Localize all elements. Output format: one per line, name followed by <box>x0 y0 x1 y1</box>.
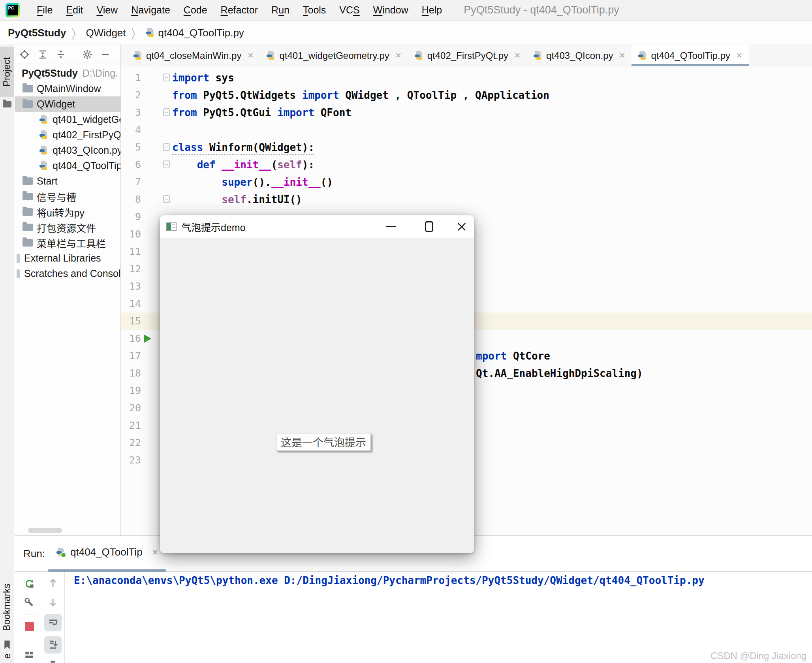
folder-icon <box>23 85 33 92</box>
editor-tab[interactable]: qt403_QIcon.py✕ <box>527 45 632 66</box>
tab-label: qt04_closeMainWin.py <box>146 50 241 61</box>
project-toolbar <box>15 45 120 64</box>
menu-help[interactable]: Help <box>415 4 449 16</box>
close-icon[interactable]: ✕ <box>514 51 521 60</box>
tree-item[interactable]: QMainWindow <box>15 81 121 96</box>
main-menu: FileEditViewNavigateCodeRefactorRunTools… <box>30 0 449 20</box>
tree-item[interactable]: qt401_widgetGe <box>15 112 121 127</box>
select-opened-file-icon[interactable] <box>19 49 30 60</box>
line-number: 22 <box>121 434 141 452</box>
breadcrumb-project[interactable]: PyQt5Study <box>8 27 66 39</box>
tree-item[interactable]: PyQt5StudyD:\Ding. <box>15 66 121 81</box>
print-icon[interactable] <box>48 660 58 663</box>
qt-demo-window[interactable]: 气泡提示demo 这是一个气泡提示 <box>160 215 474 553</box>
bookmark-icon[interactable] <box>3 640 11 650</box>
library-icon <box>17 254 20 263</box>
tree-item-label: PyQt5Study <box>22 68 78 79</box>
close-icon[interactable]: ✕ <box>247 51 254 60</box>
scroll-to-end-icon[interactable] <box>44 636 62 654</box>
arrow-up-icon[interactable] <box>48 578 58 588</box>
folder-icon <box>23 100 33 108</box>
line-number: 4 <box>121 121 141 139</box>
editor-tab[interactable]: qt402_FirstPyQt.py✕ <box>408 45 527 66</box>
menu-file[interactable]: File <box>30 4 59 16</box>
folder-icon <box>23 177 33 185</box>
chevron-right-icon: 〉 <box>71 24 80 42</box>
minimize-button[interactable] <box>378 215 403 238</box>
tree-item[interactable]: Start <box>15 173 121 189</box>
soft-wrap-icon[interactable] <box>44 614 62 631</box>
close-icon[interactable]: ✕ <box>152 548 159 557</box>
close-icon[interactable]: ✕ <box>736 51 742 60</box>
menu-navigate[interactable]: Navigate <box>124 4 177 16</box>
pycharm-logo-icon: PC <box>6 3 20 17</box>
settings-wrench-icon[interactable] <box>24 597 34 608</box>
expand-all-icon[interactable] <box>38 49 48 60</box>
fold-marker-icon[interactable] <box>163 73 170 81</box>
qt-title-bar[interactable]: 气泡提示demo <box>160 215 474 238</box>
maximize-button[interactable] <box>417 215 441 238</box>
toolbar-divider <box>21 641 37 641</box>
tree-item[interactable]: 信号与槽 <box>15 189 121 204</box>
arrow-down-icon[interactable] <box>48 597 58 608</box>
breadcrumb-folder[interactable]: QWidget <box>86 27 126 39</box>
bookmarks-stripe-label[interactable]: Bookmarks <box>1 578 13 637</box>
close-button[interactable] <box>449 215 474 238</box>
fold-marker-icon[interactable] <box>163 195 170 203</box>
run-line-marker-icon[interactable] <box>144 334 151 343</box>
line-number: 12 <box>121 260 141 278</box>
code-line: from PyQt5.QtWidgets import QWidget , QT… <box>172 87 549 104</box>
menu-refactor[interactable]: Refactor <box>214 4 265 16</box>
collapse-all-icon[interactable] <box>56 49 66 60</box>
fold-marker-icon[interactable] <box>163 160 170 168</box>
tree-item[interactable]: qt402_FirstPyQ <box>15 127 121 143</box>
tree-item-label: 信号与槽 <box>37 190 76 204</box>
run-panel: Run: qt404_QToolTip ✕ E:\anaconda\envs\P… <box>15 535 812 663</box>
tab-label: qt403_QIcon.py <box>546 50 613 61</box>
menu-code[interactable]: Code <box>177 4 214 16</box>
line-number: 10 <box>121 226 141 243</box>
tab-label: qt402_FirstPyQt.py <box>427 50 508 61</box>
python-file-icon <box>39 115 49 124</box>
menu-edit[interactable]: Edit <box>59 4 90 16</box>
hide-icon[interactable] <box>100 49 111 60</box>
fold-marker-icon[interactable] <box>163 143 170 151</box>
code-line: import sys <box>172 69 234 87</box>
rerun-icon[interactable] <box>24 578 34 589</box>
editor-tab[interactable]: qt404_QToolTip.py✕ <box>632 45 749 66</box>
tree-item[interactable]: qt403_QIcon.py <box>15 143 121 158</box>
editor-tab[interactable]: qt04_closeMainWin.py✕ <box>127 45 260 66</box>
window-title: PyQt5Study - qt404_QToolTip.py <box>464 4 619 16</box>
menu-bar: PC FileEditViewNavigateCodeRefactorRunTo… <box>0 0 812 21</box>
folder-icon[interactable] <box>3 101 11 107</box>
horizontal-scrollbar[interactable] <box>28 528 62 533</box>
tree-item[interactable]: Scratches and Console <box>15 266 121 281</box>
tree-item[interactable]: 打包资源文件 <box>15 220 121 235</box>
close-icon[interactable]: ✕ <box>395 51 402 60</box>
settings-icon[interactable] <box>82 49 92 60</box>
stop-icon[interactable] <box>24 621 34 631</box>
run-tab-underline <box>48 569 166 572</box>
code-line: mport QtCore <box>476 347 550 365</box>
tree-item[interactable]: qt404_QToolTip <box>15 158 121 173</box>
run-tab[interactable]: qt404_QToolTip ✕ <box>56 546 158 558</box>
menu-tools[interactable]: Tools <box>296 4 333 16</box>
tree-item[interactable]: QWidget <box>15 96 121 112</box>
menu-run[interactable]: Run <box>265 4 296 16</box>
line-number: 21 <box>121 417 141 434</box>
tree-item[interactable]: External Libraries <box>15 251 121 266</box>
close-icon[interactable]: ✕ <box>619 51 625 60</box>
code-line: super().__init__() <box>172 173 333 191</box>
restore-layout-icon[interactable] <box>24 650 34 660</box>
project-stripe-label[interactable]: Project <box>1 49 13 95</box>
tooltip-bubble: 这是一个气泡提示 <box>276 433 371 451</box>
fold-marker-icon[interactable] <box>163 108 170 116</box>
menu-vcs[interactable]: VCS <box>333 4 366 16</box>
menu-view[interactable]: View <box>90 4 124 16</box>
tree-item[interactable]: 菜单栏与工具栏 <box>15 235 121 251</box>
editor-tab[interactable]: qt401_widgetGeometry.py✕ <box>260 45 408 66</box>
breadcrumb-file[interactable]: qt404_QToolTip.py <box>158 27 244 39</box>
tree-item[interactable]: 将ui转为py <box>15 204 121 220</box>
toolbar-separator <box>74 49 74 60</box>
menu-window[interactable]: Window <box>367 4 415 16</box>
